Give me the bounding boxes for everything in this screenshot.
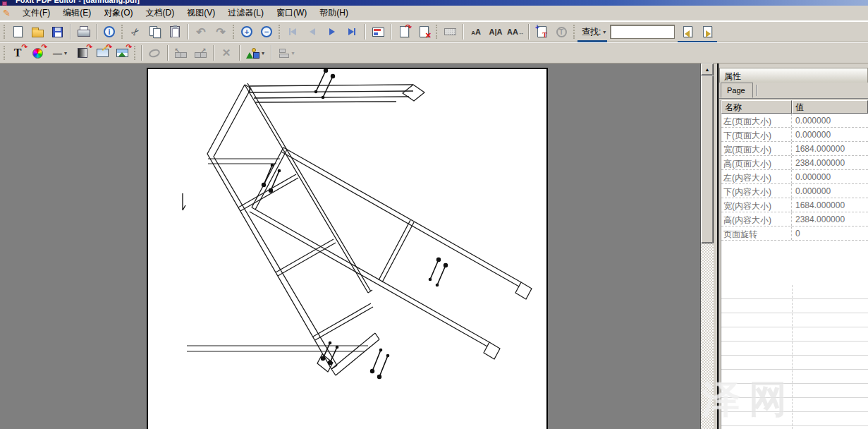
find-label-group[interactable]: 查找: ▾ [577, 23, 607, 40]
toolbar-grip[interactable] [134, 46, 136, 60]
edit-clip-button[interactable] [145, 44, 164, 62]
toolbar-grip[interactable] [121, 25, 123, 39]
property-value[interactable]: 2384.000000 [792, 212, 868, 226]
insert-object-dropdown-icon[interactable]: ▾ [262, 50, 264, 56]
clip-ellipse-icon [148, 47, 161, 58]
font-size-button[interactable]: AA [466, 23, 486, 41]
save-button[interactable] [47, 23, 67, 41]
rotate-object-right-button[interactable]: ↗ [190, 44, 210, 62]
line-style-dropdown-icon[interactable]: ▾ [64, 50, 67, 56]
zoom-out-button[interactable]: − [257, 23, 276, 41]
print-button[interactable] [73, 23, 93, 41]
toolbar-grip[interactable] [4, 46, 6, 60]
redo-button[interactable]: ↷ [211, 23, 231, 41]
paste-button[interactable] [165, 23, 185, 41]
separator [391, 24, 391, 40]
paste-clipboard-icon [170, 26, 180, 37]
toolbar-main: i ✂ ↶ ↷ + − ↷ ✕ AA A|A AA↔ +T T 查找: ▾ [0, 21, 868, 42]
toolbar-grip[interactable] [4, 25, 6, 39]
property-name: 宽(内容大小) [721, 198, 792, 212]
find-next-button[interactable] [697, 23, 717, 41]
menu-edit[interactable]: 编辑(E) [56, 6, 97, 20]
property-value[interactable]: 0.000000 [792, 114, 868, 127]
delete-object-button[interactable]: ✕ [216, 44, 236, 62]
panel-splitter[interactable] [714, 64, 719, 429]
property-value[interactable]: 1684.000000 [792, 142, 868, 155]
last-page-button[interactable] [342, 23, 362, 41]
cut-button[interactable]: ✂ [126, 23, 145, 41]
separator [96, 24, 97, 40]
toolbar-grip[interactable] [436, 25, 438, 39]
rotate-left-icon: ↖ [175, 49, 187, 58]
text-tool-button[interactable]: T [551, 23, 571, 41]
property-value[interactable]: 1684.000000 [792, 198, 868, 212]
separator [213, 45, 214, 61]
toolbar-grip[interactable] [279, 25, 281, 39]
document-canvas[interactable] [0, 64, 700, 429]
about-button[interactable]: i [99, 23, 119, 41]
column-header-value: 值 [792, 100, 868, 114]
open-button[interactable] [27, 23, 47, 41]
prev-page-button[interactable] [302, 23, 322, 41]
property-value[interactable]: 0.000000 [792, 184, 868, 198]
toolbar-grip[interactable] [573, 25, 575, 39]
virtual-keyboard-button[interactable] [440, 23, 460, 41]
panel-title: 属性 [719, 68, 868, 83]
find-prev-button[interactable] [678, 23, 697, 41]
properties-panel: 属性 Page 名称 值 左(页面大小)0.000000 下(页面大小)0.00… [719, 64, 868, 429]
replace-image-button[interactable]: ↷ [112, 44, 132, 62]
page-layout-button[interactable] [368, 23, 388, 41]
word-spacing-button[interactable]: AA↔ [506, 23, 525, 41]
first-page-icon [289, 28, 296, 35]
rotate-object-left-button[interactable]: ↖ [171, 44, 190, 62]
menu-filter[interactable]: 过滤器(L) [221, 6, 270, 20]
menu-document[interactable]: 文档(D) [140, 6, 181, 20]
line-style-button[interactable]: —▾ [47, 44, 73, 62]
align-dropdown-icon[interactable]: ▾ [291, 50, 294, 56]
first-page-button[interactable] [283, 23, 302, 41]
scroll-up-button[interactable]: ▲ [701, 64, 714, 75]
find-input[interactable] [610, 25, 675, 39]
property-name: 下(内容大小) [721, 184, 792, 198]
insert-page-button[interactable]: ↷ [394, 23, 414, 41]
edit-image-button[interactable]: ↷ [92, 44, 112, 62]
copy-button[interactable] [145, 23, 165, 41]
letter-spacing-button[interactable]: A|A [486, 23, 506, 41]
save-floppy-icon [52, 27, 63, 37]
menu-view[interactable]: 视图(V) [181, 6, 221, 20]
property-value[interactable]: 0 [792, 226, 868, 240]
zoom-in-button[interactable]: + [237, 23, 257, 41]
menu-object[interactable]: 对象(O) [97, 6, 139, 20]
scrollbar-thumb[interactable] [701, 75, 714, 243]
undo-button[interactable]: ↶ [191, 23, 211, 41]
vertical-scrollbar[interactable]: ▲ [700, 64, 714, 429]
redo-arrow-icon: ↷ [216, 25, 225, 39]
new-button[interactable] [8, 23, 27, 41]
align-objects-button[interactable]: ▾ [274, 44, 300, 62]
insert-object-button[interactable]: ▾ [243, 44, 268, 62]
next-page-button[interactable] [322, 23, 342, 41]
property-value[interactable]: 2384.000000 [792, 156, 868, 169]
table-row: 左(页面大小)0.000000 [721, 114, 868, 128]
edit-shading-button[interactable]: ↷ [73, 44, 92, 62]
property-value[interactable]: 0.000000 [792, 128, 868, 141]
shapes-icon [246, 48, 259, 59]
tab-divider [756, 85, 757, 96]
find-dropdown-icon[interactable]: ▾ [603, 29, 606, 35]
menu-window[interactable]: 窗口(W) [270, 6, 313, 20]
property-value[interactable]: 0.000000 [792, 170, 868, 183]
edit-color-button[interactable]: ↷ [27, 44, 47, 62]
keyboard-icon [444, 28, 456, 35]
delete-page-button[interactable]: ✕ [414, 23, 434, 41]
edit-text-button[interactable]: T↷ [8, 44, 27, 62]
toolbar-grip[interactable] [233, 25, 235, 39]
property-name: 宽(页面大小) [721, 142, 792, 155]
pdf-page[interactable] [147, 68, 548, 429]
scissors-icon: ✂ [128, 25, 142, 39]
add-text-button[interactable]: +T [532, 23, 551, 41]
menu-file[interactable]: 文件(F) [16, 6, 56, 20]
menu-help[interactable]: 帮助(H) [313, 6, 355, 20]
title-bar: Foxit PDF Editor - [danhuang.pdf] [0, 0, 868, 6]
line-style-icon: — [53, 48, 62, 59]
tab-page[interactable]: Page [721, 83, 753, 98]
